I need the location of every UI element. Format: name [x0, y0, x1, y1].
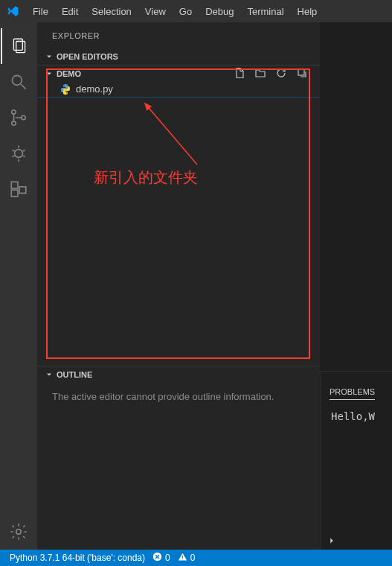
status-bar: Python 3.7.1 64-bit ('base': conda) 0 0: [0, 550, 392, 566]
editor-blank: [320, 22, 392, 371]
folder-section: DEMO demo.py 新引入的文件夹: [37, 65, 320, 366]
menu-edit[interactable]: Edit: [56, 3, 84, 20]
collapse-all-icon[interactable]: [296, 67, 308, 80]
extensions-tab-icon[interactable]: [1, 171, 36, 207]
svg-rect-24: [182, 559, 183, 559]
activity-bar: [0, 22, 37, 550]
svg-point-4: [12, 110, 16, 114]
error-count: 0: [165, 553, 170, 563]
outline-empty-message: The active editor cannot provide outline…: [37, 382, 320, 412]
chevron-down-icon: [43, 68, 55, 80]
open-editors-label: OPEN EDITORS: [57, 52, 118, 61]
svg-line-10: [12, 150, 14, 151]
svg-line-3: [21, 84, 26, 89]
menu-debug[interactable]: Debug: [199, 3, 240, 20]
open-editors-header[interactable]: OPEN EDITORS: [37, 48, 320, 65]
menu-terminal[interactable]: Terminal: [241, 3, 289, 20]
title-bar: File Edit Selection View Go Debug Termin…: [0, 0, 392, 22]
svg-point-6: [22, 115, 25, 119]
svg-rect-14: [11, 182, 18, 188]
file-item-demo-py[interactable]: demo.py: [37, 81, 320, 98]
sidebar-explorer: EXPLORER OPEN EDITORS DEMO: [37, 22, 320, 550]
python-file-icon: [60, 83, 71, 95]
search-tab-icon[interactable]: [1, 64, 36, 100]
problems-tab[interactable]: PROBLEMS: [330, 384, 375, 400]
svg-point-2: [12, 75, 22, 85]
warning-count: 0: [190, 553, 196, 563]
debug-tab-icon[interactable]: [1, 136, 36, 171]
svg-point-17: [16, 530, 22, 535]
svg-line-11: [22, 150, 25, 151]
outline-header[interactable]: OUTLINE: [37, 366, 320, 382]
folder-actions: [234, 67, 314, 80]
outline-label: OUTLINE: [57, 370, 92, 379]
svg-point-5: [12, 121, 16, 125]
svg-rect-18: [298, 69, 304, 75]
svg-rect-1: [16, 42, 25, 53]
chevron-right-icon[interactable]: [327, 535, 337, 548]
svg-rect-23: [182, 556, 183, 558]
bottom-panel: PROBLEMS Hello,W: [320, 371, 392, 550]
menu-file[interactable]: File: [27, 3, 54, 20]
svg-rect-16: [19, 187, 26, 194]
panel-output: Hello,W: [321, 403, 392, 430]
status-python[interactable]: Python 3.7.1 64-bit ('base': conda): [6, 553, 149, 563]
menu-view[interactable]: View: [139, 3, 172, 20]
file-name: demo.py: [76, 83, 113, 95]
status-errors[interactable]: 0: [149, 552, 174, 564]
settings-gear-icon[interactable]: [1, 514, 36, 550]
folder-name: DEMO: [57, 69, 81, 78]
menu-selection[interactable]: Selection: [86, 3, 137, 20]
scm-tab-icon[interactable]: [1, 100, 36, 136]
new-folder-icon[interactable]: [254, 67, 266, 80]
svg-line-13: [22, 156, 25, 156]
folder-header[interactable]: DEMO: [37, 65, 320, 81]
menu-go[interactable]: Go: [173, 3, 198, 20]
explorer-tab-icon[interactable]: [1, 28, 36, 64]
svg-rect-15: [11, 190, 18, 197]
vscode-icon: [6, 4, 19, 18]
sidebar-title: EXPLORER: [37, 22, 320, 48]
warning-icon: [178, 552, 187, 564]
svg-rect-0: [13, 39, 22, 50]
status-warnings[interactable]: 0: [174, 552, 199, 564]
editor-area: PROBLEMS Hello,W: [320, 22, 392, 550]
chevron-down-icon: [43, 369, 55, 381]
refresh-icon[interactable]: [275, 67, 287, 80]
svg-line-12: [12, 156, 14, 156]
svg-point-7: [15, 150, 23, 158]
panel-tabs: PROBLEMS: [321, 381, 392, 403]
new-file-icon[interactable]: [234, 67, 245, 80]
menu-help[interactable]: Help: [292, 3, 324, 20]
menu-bar: File Edit Selection View Go Debug Termin…: [27, 3, 323, 20]
chevron-down-icon: [43, 51, 55, 63]
error-icon: [152, 552, 162, 564]
